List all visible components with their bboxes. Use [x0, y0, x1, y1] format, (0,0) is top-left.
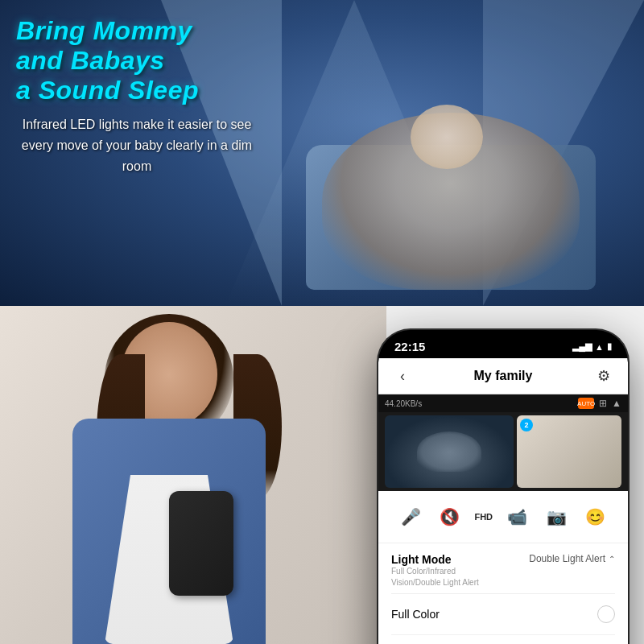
- camera-feed-header: 44.20KB/s AUTO ⊞ ▲: [378, 394, 628, 412]
- light-mode-section: Light Mode Full Color/Infrared Vision/Do…: [378, 543, 628, 644]
- title-line3: a Sound Sleep: [16, 76, 199, 105]
- page-container: Bring Mommy and Babays a Sound Sleep Inf…: [0, 0, 644, 644]
- light-mode-title: Light Mode: [391, 553, 504, 566]
- subtitle-text: Infrared LED lights make it easier to se…: [16, 114, 258, 176]
- light-mode-selected-label: Double Light Alert: [529, 553, 605, 564]
- status-time: 22:15: [394, 340, 425, 353]
- back-button[interactable]: ‹: [391, 365, 414, 387]
- signal-icon: ▂▄▆: [572, 341, 592, 352]
- light-mode-header: Light Mode Full Color/Infrared Vision/Do…: [391, 543, 615, 594]
- wifi-feed-icon: ▲: [612, 398, 621, 409]
- main-title: Bring Mommy and Babays a Sound Sleep: [16, 16, 258, 105]
- phone-screen: 22:15 ▂▄▆ ▲ ▮ ‹ My family ⚙ 44.20KB/s: [378, 330, 628, 644]
- camera-thumb-main[interactable]: [385, 415, 514, 488]
- text-overlay: Bring Mommy and Babays a Sound Sleep Inf…: [16, 16, 258, 176]
- woman-phone-hand: [169, 491, 233, 596]
- controls-row: 🎤 🔇 FHD 📹 📷 😊: [378, 491, 628, 543]
- phone-notch: [463, 330, 543, 353]
- light-mode-title-group: Light Mode Full Color/Infrared Vision/Do…: [391, 553, 504, 588]
- woman-scene: [0, 306, 386, 644]
- mute-icon[interactable]: 🔇: [436, 502, 464, 531]
- thumb-baby-figure: [417, 431, 481, 472]
- nav-title: My family: [474, 369, 533, 383]
- option-row-fullcolor[interactable]: Full Color: [391, 594, 615, 635]
- camera-thumb-secondary[interactable]: 2: [517, 415, 621, 488]
- fhd-label[interactable]: FHD: [474, 512, 493, 522]
- auto-btn[interactable]: AUTO: [578, 398, 594, 409]
- baby-head: [411, 105, 483, 169]
- bottom-section: 22:15 ▂▄▆ ▲ ▮ ‹ My family ⚙ 44.20KB/s: [0, 306, 644, 644]
- camera-thumb-main-inner: [385, 415, 514, 488]
- option-fullcolor-label: Full Color: [391, 608, 440, 621]
- phone-container: 22:15 ▂▄▆ ▲ ▮ ‹ My family ⚙ 44.20KB/s: [378, 330, 628, 644]
- wifi-icon: ▲: [595, 342, 604, 352]
- radio-fullcolor[interactable]: [597, 605, 615, 623]
- light-mode-selected[interactable]: Double Light Alert ⌃: [529, 553, 615, 564]
- emoji-icon[interactable]: 😊: [581, 502, 610, 531]
- option-row-infrared[interactable]: Infrared Vision: [391, 635, 615, 644]
- battery-icon: ▮: [607, 341, 612, 352]
- title-line1: Bring Mommy: [16, 16, 192, 45]
- light-mode-subtitle: Full Color/Infrared Vision/Double Light …: [391, 566, 504, 588]
- feed-controls: AUTO ⊞ ▲: [578, 398, 621, 409]
- nav-bar: ‹ My family ⚙: [378, 358, 628, 394]
- settings-button[interactable]: ⚙: [592, 365, 615, 387]
- snapshot-icon[interactable]: 📷: [542, 502, 571, 531]
- camera-thumbnails: 2: [378, 412, 628, 491]
- speed-indicator: 44.20KB/s: [385, 399, 422, 408]
- record-icon[interactable]: 📹: [503, 502, 532, 531]
- top-section: Bring Mommy and Babays a Sound Sleep Inf…: [0, 0, 644, 306]
- status-icons: ▂▄▆ ▲ ▮: [572, 341, 612, 352]
- camera-badge: 2: [520, 419, 533, 431]
- chevron-up-icon: ⌃: [609, 555, 615, 564]
- title-line2: and Babays: [16, 46, 165, 75]
- layout-icon[interactable]: ⊞: [599, 398, 607, 409]
- woman-figure: [24, 314, 346, 644]
- microphone-icon[interactable]: 🎤: [396, 502, 425, 531]
